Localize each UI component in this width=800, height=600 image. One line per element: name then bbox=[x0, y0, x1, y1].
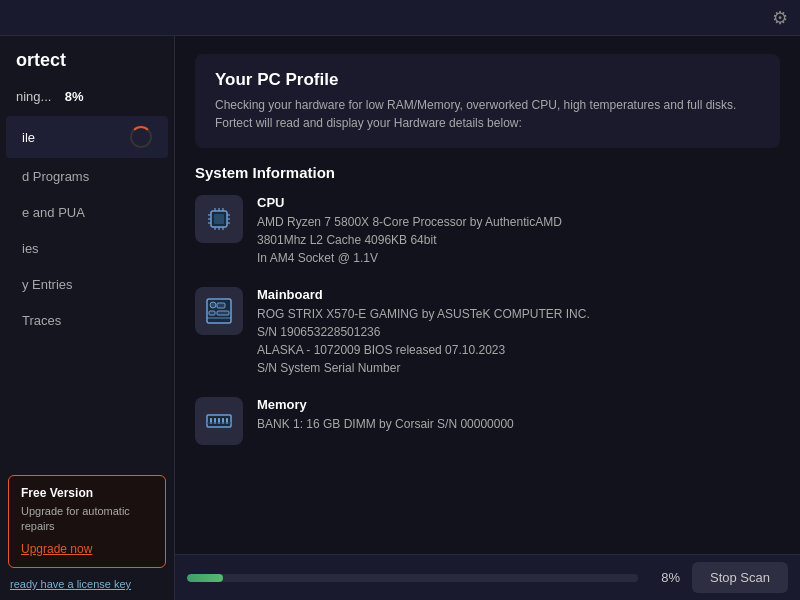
memory-label: Memory bbox=[257, 397, 514, 412]
sidebar-item-label: e and PUA bbox=[22, 205, 85, 220]
sidebar-item-label: y Entries bbox=[22, 277, 73, 292]
upgrade-desc: Upgrade for automatic repairs bbox=[21, 504, 153, 533]
upgrade-title: Free Version bbox=[21, 486, 153, 500]
progress-track bbox=[187, 574, 638, 582]
license-key-link[interactable]: ready have a license key bbox=[0, 574, 174, 600]
sidebar-item-pc-profile[interactable]: ile bbox=[6, 116, 168, 158]
svg-rect-17 bbox=[209, 311, 215, 315]
bottom-bar: 8% Stop Scan bbox=[175, 554, 800, 600]
mainboard-detail: ROG STRIX X570-E GAMING by ASUSTeK COMPU… bbox=[257, 305, 590, 377]
scan-label: ning... bbox=[16, 89, 51, 104]
sidebar-item-traces[interactable]: Traces bbox=[6, 303, 168, 338]
upgrade-now-link[interactable]: Upgrade now bbox=[21, 542, 92, 556]
svg-rect-16 bbox=[217, 303, 225, 308]
mainboard-info-text: Mainboard ROG STRIX X570-E GAMING by ASU… bbox=[257, 287, 590, 377]
content-area: Your PC Profile Checking your hardware f… bbox=[175, 36, 800, 554]
system-info-title: System Information bbox=[195, 164, 780, 181]
cpu-icon bbox=[195, 195, 243, 243]
stop-scan-button[interactable]: Stop Scan bbox=[692, 562, 788, 593]
sidebar-item-entries[interactable]: ies bbox=[6, 231, 168, 266]
scan-percent: 8% bbox=[65, 89, 84, 104]
cpu-label: CPU bbox=[257, 195, 562, 210]
svg-point-15 bbox=[210, 302, 216, 308]
upgrade-box: Free Version Upgrade for automatic repai… bbox=[8, 475, 166, 568]
app-title: ortect bbox=[0, 36, 174, 81]
info-item-cpu: CPU AMD Ryzen 7 5800X 8-Core Processor b… bbox=[195, 195, 780, 267]
mainboard-label: Mainboard bbox=[257, 287, 590, 302]
svg-rect-18 bbox=[217, 311, 229, 315]
pc-profile-desc: Checking your hardware for low RAM/Memor… bbox=[215, 96, 760, 132]
top-bar: ⚙ bbox=[0, 0, 800, 36]
cpu-info-text: CPU AMD Ryzen 7 5800X 8-Core Processor b… bbox=[257, 195, 562, 267]
sidebar-item-registry[interactable]: y Entries bbox=[6, 267, 168, 302]
memory-info-text: Memory BANK 1: 16 GB DIMM by Corsair S/N… bbox=[257, 397, 514, 433]
memory-detail: BANK 1: 16 GB DIMM by Corsair S/N 000000… bbox=[257, 415, 514, 433]
sidebar-item-installed-programs[interactable]: d Programs bbox=[6, 159, 168, 194]
gear-icon[interactable]: ⚙ bbox=[772, 7, 788, 29]
sidebar-item-malware-pua[interactable]: e and PUA bbox=[6, 195, 168, 230]
cpu-detail: AMD Ryzen 7 5800X 8-Core Processor by Au… bbox=[257, 213, 562, 267]
main-layout: ortect ning... 8% ile d Programs e and P… bbox=[0, 36, 800, 600]
system-info-section: System Information bbox=[195, 164, 780, 445]
memory-icon bbox=[195, 397, 243, 445]
sidebar-item-label: ile bbox=[22, 130, 35, 145]
mainboard-icon bbox=[195, 287, 243, 335]
sidebar-items: ile d Programs e and PUA ies y Entries T… bbox=[0, 115, 174, 465]
pc-profile-card: Your PC Profile Checking your hardware f… bbox=[195, 54, 780, 148]
main-content: Your PC Profile Checking your hardware f… bbox=[175, 36, 800, 600]
progress-label: 8% bbox=[650, 570, 680, 585]
sidebar-item-label: Traces bbox=[22, 313, 61, 328]
info-item-mainboard: Mainboard ROG STRIX X570-E GAMING by ASU… bbox=[195, 287, 780, 377]
info-item-memory: Memory BANK 1: 16 GB DIMM by Corsair S/N… bbox=[195, 397, 780, 445]
sidebar-item-label: ies bbox=[22, 241, 39, 256]
sidebar: ortect ning... 8% ile d Programs e and P… bbox=[0, 36, 175, 600]
svg-rect-1 bbox=[214, 214, 224, 224]
sidebar-item-label: d Programs bbox=[22, 169, 89, 184]
pc-profile-title: Your PC Profile bbox=[215, 70, 760, 90]
loading-spinner bbox=[130, 126, 152, 148]
progress-fill bbox=[187, 574, 223, 582]
scan-progress-area: ning... 8% bbox=[0, 81, 174, 115]
